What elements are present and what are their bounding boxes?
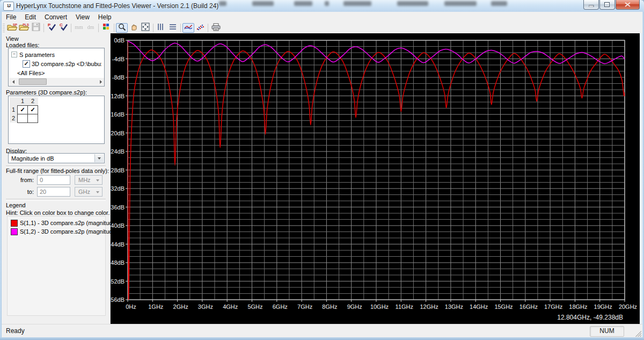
svg-text:P: P	[48, 23, 51, 27]
expand-icon	[141, 23, 150, 33]
title-bar[interactable]: 1,2 HyperLynx Touchstone and Fitted-Pole…	[0, 0, 644, 12]
legend-hint: Hint: Click on color box to change color…	[6, 209, 109, 216]
tree-item-all-files[interactable]: <All Files>	[17, 69, 45, 77]
matrix-row-header: 2	[10, 114, 18, 122]
menu-edit[interactable]: Edit	[20, 12, 40, 22]
legend-entry: S(1,2) - 3D compare.s2p (magnitude)	[11, 228, 118, 235]
y-axis-tick-label: -12dB	[111, 93, 125, 99]
main-area: View Loaded files: − S parameters ✓ 3D c…	[2, 33, 642, 324]
view-group-label: View	[6, 35, 19, 42]
toolbar-separator	[43, 24, 44, 32]
fit-view-button[interactable]	[140, 23, 151, 33]
status-text: Ready	[6, 327, 25, 335]
line-plot-button[interactable]	[182, 23, 194, 33]
chevron-down-icon[interactable]	[94, 154, 104, 162]
x-axis-tick-label: 8GHz	[322, 303, 337, 310]
magnifier-icon	[118, 23, 126, 33]
x-axis-tick-label: 7GHz	[297, 303, 312, 310]
horizontal-lines-icon	[169, 23, 177, 33]
x-axis-tick-label: 5GHz	[247, 303, 262, 310]
num-lock-indicator: NUM	[590, 326, 624, 337]
close-button[interactable]	[616, 0, 640, 10]
horizontal-grid-button[interactable]	[167, 23, 179, 33]
x-axis-tick-label: 13GHz	[445, 303, 463, 310]
minimize-button[interactable]	[583, 0, 599, 10]
toolbar-separator	[153, 24, 153, 32]
parameter-cell[interactable]	[18, 114, 28, 122]
toolbar-separator	[180, 24, 181, 32]
window-title: HyperLynx Touchstone and Fitted-Poles Vi…	[16, 2, 218, 10]
parameter-cell[interactable]	[28, 114, 38, 122]
toolbar: SPPLSPCmmdm	[2, 23, 642, 33]
pan-button[interactable]	[128, 23, 140, 33]
x-axis-tick-label: 20GHz	[619, 303, 637, 310]
zoom-button[interactable]	[116, 23, 128, 33]
vertical-grid-button[interactable]	[155, 23, 167, 33]
menu-file[interactable]: File	[2, 12, 20, 22]
colors-button[interactable]	[100, 23, 112, 33]
floppy-icon	[32, 23, 40, 33]
legend-label: Legend	[6, 202, 26, 208]
tree-item-file[interactable]: ✓ 3D compare.s2p <D:\bubuxi	[23, 60, 101, 68]
point-plot-button[interactable]	[194, 23, 206, 33]
tree-horizontal-scrollbar[interactable]	[9, 78, 105, 85]
legend-entry-label: S(1,2) - 3D compare.s2p (magnitude)	[20, 228, 118, 235]
scroll-right-icon[interactable]	[97, 78, 105, 85]
resize-grip-icon[interactable]	[634, 329, 641, 337]
folder-pls-icon: PLS	[19, 23, 30, 33]
save-button	[30, 23, 42, 33]
file-checkbox[interactable]: ✓	[23, 60, 30, 68]
y-axis-tick-label: -36dB	[111, 204, 125, 211]
parameter-cell[interactable]: ✓	[18, 105, 28, 114]
parameter-cell[interactable]: ✓	[28, 105, 38, 114]
print-button[interactable]	[210, 23, 222, 33]
from-unit-dropdown[interactable]: MHz	[75, 175, 103, 185]
y-axis-tick-label: -32dB	[111, 185, 125, 192]
menu-bar: FileEditConvertViewHelp	[2, 12, 642, 23]
scrollbar-thumb[interactable]	[19, 78, 47, 85]
legend-color-swatch[interactable]	[11, 228, 18, 235]
x-axis-tick-label: 2GHz	[173, 303, 188, 310]
legend-color-swatch[interactable]	[11, 220, 18, 227]
parameter-matrix: 121✓✓2	[10, 97, 38, 123]
y-axis-tick-label: -56dB	[111, 296, 125, 303]
legend-entry: S(1,1) - 3D compare.s2p (magnitude)	[11, 219, 118, 227]
palette-icon	[103, 23, 110, 33]
to-unit-dropdown[interactable]: GHz	[75, 187, 103, 197]
menu-convert[interactable]: Convert	[40, 12, 71, 22]
maximize-button[interactable]	[599, 0, 615, 10]
line-chart-icon	[184, 23, 193, 33]
dm-text-icon: dm	[85, 23, 96, 33]
x-axis-tick-label: 12GHz	[420, 303, 438, 310]
menu-help[interactable]: Help	[94, 12, 116, 22]
window-controls	[583, 0, 640, 10]
tree-item-s-parameters[interactable]: − S parameters	[11, 50, 55, 59]
to-field[interactable]: 20	[37, 187, 70, 197]
toolbar-separator	[98, 24, 99, 32]
matrix-corner	[10, 97, 18, 105]
open-sparams-button[interactable]: SP	[6, 23, 18, 33]
scroll-left-icon[interactable]	[9, 78, 17, 85]
y-axis-tick-label: -16dB	[111, 111, 125, 118]
sparameter-plot[interactable]: 0dB-4dB-8dB-12dB-16dB-20dB-24dB-28dB-32d…	[111, 33, 640, 324]
svg-text:C: C	[60, 23, 63, 27]
passivity-check-button[interactable]: P	[46, 23, 57, 33]
loaded-files-tree[interactable]: − S parameters ✓ 3D compare.s2p <D:\bubu…	[8, 48, 105, 86]
causality-check-button[interactable]: C	[57, 23, 69, 33]
x-axis-tick-label: 0Hz	[126, 303, 136, 310]
menu-view[interactable]: View	[71, 12, 94, 22]
y-axis-tick-label: -40dB	[111, 222, 125, 229]
tree-collapse-icon[interactable]: −	[11, 52, 17, 57]
open-poles-button[interactable]: PLS	[18, 23, 30, 33]
folder-sp-icon: SP	[7, 23, 18, 33]
mm-units-button: mm	[73, 23, 85, 33]
y-axis-tick-label: -24dB	[111, 148, 125, 155]
display-dropdown[interactable]: Magnitude in dB	[8, 153, 105, 163]
maximize-icon	[604, 2, 610, 7]
fullfit-label: Full-fit range (for fitted-poles data on…	[6, 168, 109, 174]
x-axis-tick-label: 16GHz	[519, 303, 538, 310]
chart-panel[interactable]: 0dB-4dB-8dB-12dB-16dB-20dB-24dB-28dB-32d…	[111, 33, 640, 324]
x-axis-tick-label: 4GHz	[223, 303, 238, 310]
from-field[interactable]: 0	[37, 175, 70, 185]
toolbar-grip[interactable]	[3, 24, 5, 32]
